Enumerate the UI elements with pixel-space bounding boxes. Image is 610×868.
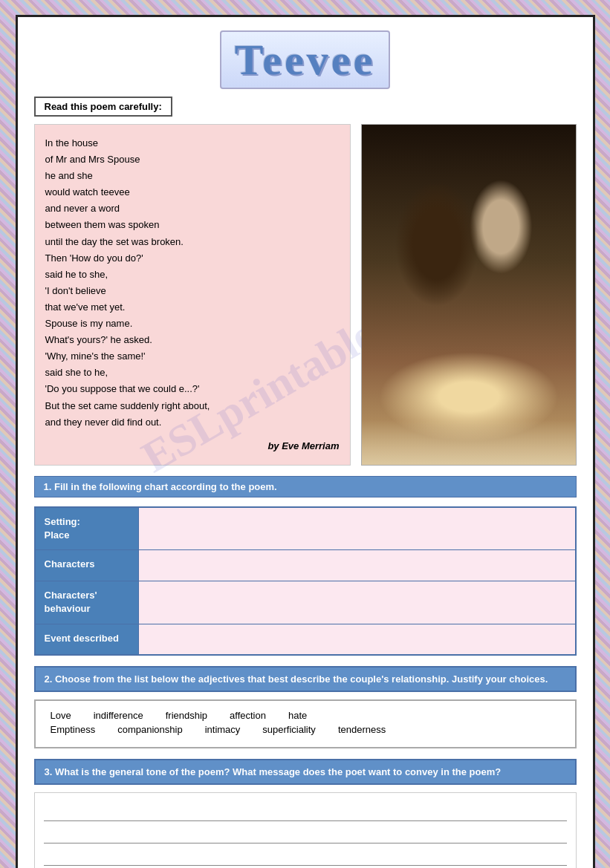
table-row: Event described (35, 624, 576, 655)
adj-love: Love (51, 710, 71, 721)
setting-value[interactable] (139, 507, 576, 550)
table-row: Setting:Place (35, 507, 576, 550)
title-area: Teevee (34, 30, 577, 89)
page-title: Teevee (220, 30, 390, 89)
poem-line-11: that we've met yet. (45, 301, 126, 313)
poem-line-13: What's yours?' he asked. (45, 334, 152, 345)
poem-line-14: 'Why, mine's the same!' (45, 350, 146, 362)
adj-intimacy: intimacy (205, 724, 241, 735)
adjectives-row1: Love indifference friendship affection h… (51, 710, 560, 721)
question1-heading: 1. Fill in the following chart according… (34, 476, 577, 497)
poem-line-5: and never a word (45, 203, 120, 214)
poem-line-12: Spouse is my name. (45, 318, 133, 329)
top-section: In the house of Mr and Mrs Spouse he and… (34, 124, 577, 466)
event-described-value[interactable] (139, 624, 576, 655)
characters-label: Characters (35, 550, 139, 581)
characters-behaviour-value[interactable] (139, 581, 576, 624)
adj-superficiality: superficiality (262, 724, 316, 735)
question3-heading: 3. What is the general tone of the poem?… (34, 759, 577, 785)
characters-value[interactable] (139, 550, 576, 581)
adj-emptiness: Emptiness (51, 724, 96, 735)
svg-point-15 (493, 318, 513, 333)
svg-point-2 (384, 288, 488, 422)
characters-behaviour-label: Characters'behaviour (35, 581, 139, 624)
poem-line-10: 'I don't believe (45, 285, 106, 296)
svg-point-3 (410, 238, 470, 309)
answer-line-3[interactable] (44, 846, 567, 866)
poem-line-3: he and she (45, 170, 93, 181)
svg-point-11 (514, 262, 529, 299)
poem-line-6: between them was spoken (45, 219, 160, 230)
worksheet-page: ESLprintables.com Teevee Read this poem … (16, 15, 595, 868)
event-described-label: Event described (35, 624, 139, 655)
couple-svg (362, 125, 577, 422)
svg-point-9 (464, 234, 527, 275)
svg-point-4 (412, 233, 468, 266)
answer-line-1[interactable] (44, 802, 567, 821)
adj-hate: hate (288, 710, 307, 721)
poem-line-9: said he to she, (45, 269, 108, 280)
instruction-box: Read this poem carefully: (34, 97, 172, 117)
svg-point-14 (486, 287, 498, 292)
poem-line-18: and they never did find out. (45, 417, 162, 428)
svg-point-13 (484, 270, 492, 276)
svg-point-8 (467, 244, 524, 310)
svg-point-6 (423, 253, 464, 301)
svg-point-16 (499, 310, 514, 322)
poem-lines: In the house of Mr and Mrs Spouse he and… (45, 135, 340, 431)
poem-line-16: 'Do you suppose that we could e...?' (45, 383, 200, 394)
svg-rect-0 (362, 125, 577, 422)
svg-point-12 (473, 258, 511, 300)
answer-line-2[interactable] (44, 824, 567, 843)
adj-tenderness: tenderness (338, 724, 386, 735)
poem-line-7: until the day the set was broken. (45, 236, 184, 247)
poem-attribution: by Eve Merriam (45, 438, 340, 454)
adjectives-box: Love indifference friendship affection h… (34, 699, 577, 748)
adj-companionship: companionship (117, 724, 182, 735)
poem-line-2: of Mr and Mrs Spouse (45, 154, 140, 165)
chart-table: Setting:Place Characters Characters'beha… (34, 506, 577, 656)
svg-point-10 (461, 258, 478, 303)
adj-affection: affection (230, 710, 266, 721)
table-row: Characters (35, 550, 576, 581)
poem-box: In the house of Mr and Mrs Spouse he and… (34, 124, 351, 466)
adj-indifference: indifference (94, 710, 143, 721)
poem-line-15: said she to he, (45, 367, 108, 378)
svg-point-5 (406, 267, 418, 282)
adjectives-row2: Emptiness companionship intimacy superfi… (51, 724, 560, 735)
poem-line-1: In the house (45, 137, 99, 149)
setting-label: Setting:Place (35, 507, 139, 550)
table-row: Characters'behaviour (35, 581, 576, 624)
answer-lines-box (34, 792, 577, 868)
question2-heading: 2. Choose from the list below the adject… (34, 666, 577, 692)
couple-image-box (361, 124, 577, 466)
poem-line-8: Then 'How do you do?' (45, 252, 143, 264)
svg-point-1 (466, 154, 577, 273)
couple-image (362, 125, 576, 465)
poem-line-4: would watch teevee (45, 186, 130, 198)
poem-line-17: But the set came suddenly right about, (45, 400, 210, 411)
svg-point-7 (455, 288, 544, 422)
svg-point-17 (380, 377, 559, 422)
adj-friendship: friendship (166, 710, 207, 721)
